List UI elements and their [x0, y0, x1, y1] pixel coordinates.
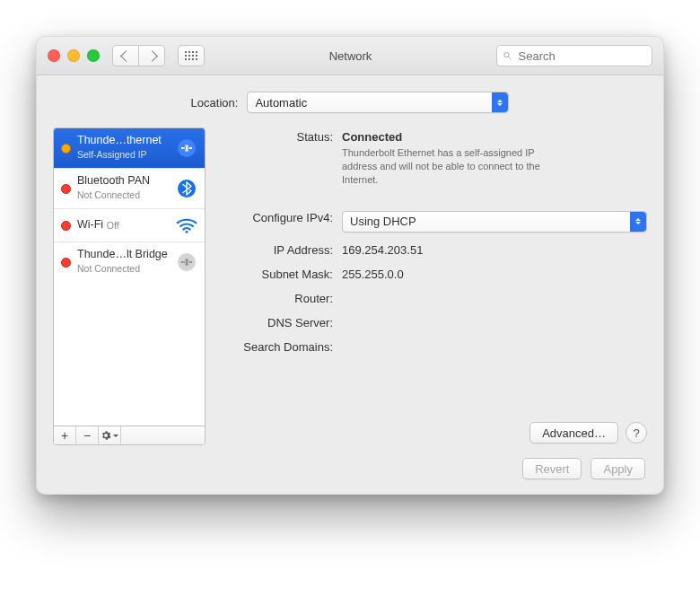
service-item-wifi[interactable]: Wi-Fi Off	[54, 209, 205, 242]
body-split: Thunde…thernet Self-Assigned IP Bluetoot…	[53, 127, 647, 445]
configure-ipv4-value: Using DHCP	[350, 215, 416, 228]
advanced-button[interactable]: Advanced…	[529, 422, 618, 444]
search-domains-label: Search Domains:	[218, 338, 333, 354]
nav-back-forward	[112, 45, 165, 66]
grid-icon	[185, 51, 198, 61]
remove-service-button[interactable]: −	[76, 426, 99, 444]
router-value	[342, 289, 647, 305]
service-name: Wi-Fi	[77, 218, 103, 231]
service-text: Thunde…lt Bridge Not Connected	[77, 248, 170, 277]
updown-icon	[630, 212, 646, 232]
service-name: Thunde…thernet	[77, 134, 162, 146]
search-icon	[503, 50, 512, 61]
zoom-window-button[interactable]	[87, 49, 100, 62]
show-all-button[interactable]	[178, 45, 205, 66]
ip-address-label: IP Address:	[218, 241, 333, 257]
dns-server-label: DNS Server:	[218, 313, 333, 329]
service-sidebar: Thunde…thernet Self-Assigned IP Bluetoot…	[53, 127, 206, 445]
detail-footer: Advanced… ?	[218, 415, 647, 444]
svg-point-0	[504, 52, 509, 57]
window-title: Network	[275, 49, 427, 63]
service-text: Wi-Fi Off	[77, 218, 170, 233]
status-dot	[61, 258, 71, 268]
status-detail: Thunderbolt Ethernet has a self-assigned…	[342, 146, 566, 187]
status-value: Connected	[342, 130, 647, 144]
help-button[interactable]: ?	[626, 422, 647, 444]
updown-icon	[492, 92, 508, 112]
service-item-thunderbolt-bridge[interactable]: Thunde…lt Bridge Not Connected	[54, 242, 205, 282]
subnet-mask-label: Subnet Mask:	[218, 265, 333, 281]
status-dot	[61, 221, 71, 231]
service-sub: Not Connected	[77, 263, 140, 274]
service-item-bluetooth-pan[interactable]: Bluetooth PAN Not Connected	[54, 169, 205, 209]
search-input[interactable]	[517, 48, 646, 64]
wifi-icon	[176, 215, 197, 236]
titlebar: Network	[37, 37, 663, 75]
revert-button[interactable]: Revert	[522, 458, 582, 479]
service-text: Thunde…thernet Self-Assigned IP	[77, 134, 170, 162]
status-dot	[61, 144, 71, 154]
status-dot	[61, 184, 71, 194]
service-sub: Not Connected	[77, 189, 140, 200]
detail-grid: Status: Connected Thunderbolt Ethernet h…	[218, 127, 647, 354]
service-list-footer: + −	[54, 426, 205, 444]
ethernet-icon	[176, 137, 197, 159]
location-row: Location: Automatic	[53, 92, 647, 113]
service-sub: Self-Assigned IP	[77, 149, 147, 160]
configure-ipv4-cell: Using DHCP	[342, 208, 647, 233]
service-list[interactable]: Thunde…thernet Self-Assigned IP Bluetoot…	[54, 128, 205, 426]
service-item-thunderbolt-ethernet[interactable]: Thunde…thernet Self-Assigned IP	[54, 128, 205, 169]
forward-button[interactable]	[139, 45, 165, 66]
dns-server-value	[342, 313, 647, 329]
svg-line-1	[509, 57, 512, 59]
chevron-left-icon	[120, 50, 132, 62]
minimize-window-button[interactable]	[67, 49, 80, 62]
traffic-lights	[48, 49, 100, 62]
apply-button[interactable]: Apply	[591, 458, 645, 479]
location-popup[interactable]: Automatic	[247, 92, 509, 113]
chevron-right-icon	[146, 50, 158, 62]
svg-point-6	[186, 231, 188, 233]
content: Location: Automatic Thunde…thernet Self-…	[37, 75, 663, 494]
configure-ipv4-label: Configure IPv4:	[218, 208, 333, 233]
detail-pane: Status: Connected Thunderbolt Ethernet h…	[218, 127, 647, 444]
gear-icon	[101, 430, 111, 441]
subnet-mask-value: 255.255.0.0	[342, 265, 647, 281]
location-value: Automatic	[255, 96, 307, 110]
service-sub: Off	[107, 220, 119, 231]
status-label: Status:	[218, 127, 333, 187]
ip-address-value: 169.254.203.51	[342, 241, 647, 257]
prefs-window: Network Location: Automatic	[36, 36, 664, 495]
search-field[interactable]	[496, 45, 652, 66]
add-service-button[interactable]: +	[54, 426, 76, 444]
status-value-block: Connected Thunderbolt Ethernet has a sel…	[342, 127, 647, 187]
location-label: Location:	[191, 96, 239, 110]
close-window-button[interactable]	[48, 49, 60, 62]
configure-ipv4-popup[interactable]: Using DHCP	[342, 211, 647, 233]
search-domains-value	[342, 338, 647, 354]
service-text: Bluetooth PAN Not Connected	[77, 174, 170, 203]
router-label: Router:	[218, 289, 333, 305]
back-button[interactable]	[112, 45, 139, 66]
service-actions-menu[interactable]	[99, 426, 121, 444]
bluetooth-icon	[176, 178, 197, 199]
ethernet-icon	[176, 251, 197, 273]
window-footer: Revert Apply	[53, 445, 647, 479]
service-name: Bluetooth PAN	[77, 174, 150, 187]
service-name: Thunde…lt Bridge	[77, 248, 168, 260]
